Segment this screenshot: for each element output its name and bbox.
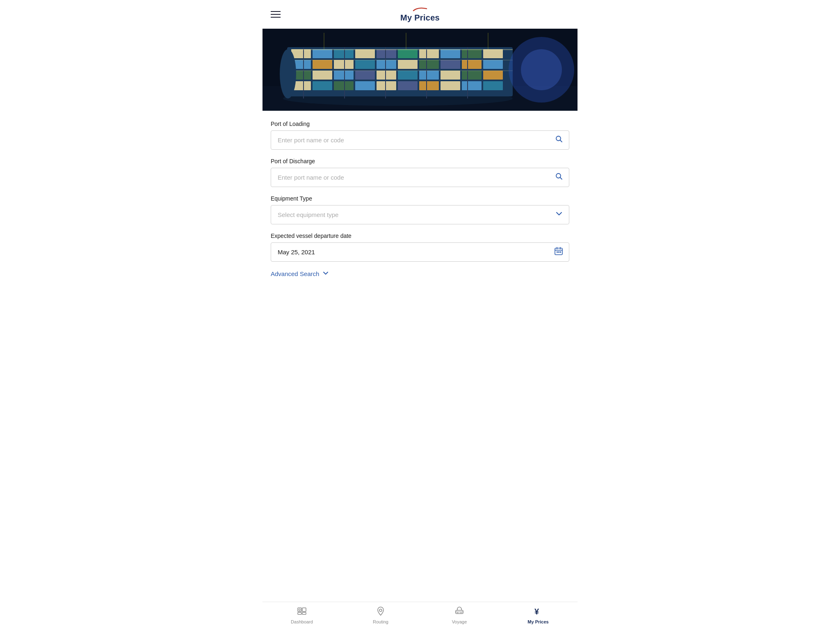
- port-of-loading-label: Port of Loading: [271, 121, 569, 127]
- svg-rect-25: [313, 71, 332, 80]
- departure-date-label: Expected vessel departure date: [271, 233, 569, 239]
- svg-rect-43: [483, 81, 503, 90]
- equipment-type-field: Equipment Type Select equipment type 20'…: [271, 195, 569, 224]
- svg-rect-10: [419, 49, 439, 58]
- equipment-type-select[interactable]: Select equipment type 20' GP 40' GP 40' …: [271, 205, 549, 224]
- nav-item-my-prices[interactable]: ¥ My Prices: [499, 602, 578, 630]
- svg-rect-40: [419, 81, 439, 90]
- svg-point-54: [280, 49, 296, 98]
- svg-rect-30: [419, 71, 439, 80]
- svg-rect-5: [313, 49, 332, 58]
- advanced-search-label: Advanced Search: [271, 270, 319, 277]
- svg-rect-51: [291, 71, 513, 71]
- svg-rect-72: [302, 612, 306, 614]
- port-of-loading-input[interactable]: [271, 131, 549, 149]
- advanced-search-toggle[interactable]: Advanced Search: [271, 270, 569, 278]
- svg-rect-18: [377, 60, 396, 69]
- svg-rect-16: [334, 60, 354, 69]
- equipment-type-label: Equipment Type: [271, 195, 569, 202]
- svg-rect-42: [462, 81, 482, 90]
- svg-rect-67: [558, 251, 559, 253]
- svg-line-59: [560, 140, 562, 142]
- svg-rect-49: [291, 49, 513, 50]
- nav-dashboard-label: Dashboard: [291, 619, 313, 624]
- svg-rect-50: [291, 60, 513, 60]
- svg-rect-37: [355, 81, 375, 90]
- svg-rect-31: [441, 71, 460, 80]
- svg-rect-17: [355, 60, 375, 69]
- nav-spacer: [262, 288, 578, 320]
- svg-rect-70: [302, 608, 306, 612]
- departure-date-field: Expected vessel departure date May 25, 2…: [271, 233, 569, 262]
- svg-point-53: [521, 49, 562, 90]
- svg-rect-20: [419, 60, 439, 69]
- svg-rect-4: [291, 49, 311, 58]
- page-title: My Prices: [400, 13, 440, 23]
- menu-button[interactable]: [271, 11, 281, 18]
- svg-rect-15: [313, 60, 332, 69]
- search-form: Port of Loading Port of Discharge: [262, 111, 578, 288]
- svg-rect-8: [377, 49, 396, 58]
- svg-rect-68: [560, 251, 561, 253]
- ship-illustration: [262, 29, 578, 111]
- svg-rect-33: [483, 71, 503, 80]
- header: My Prices: [262, 0, 578, 29]
- svg-rect-35: [313, 81, 332, 90]
- port-of-discharge-search-icon: [549, 172, 569, 183]
- calendar-icon: [548, 247, 569, 258]
- svg-rect-12: [462, 49, 482, 58]
- port-of-discharge-input[interactable]: [271, 168, 549, 187]
- departure-date-picker[interactable]: May 25, 2021: [271, 242, 569, 262]
- svg-rect-7: [355, 49, 375, 58]
- svg-rect-27: [355, 71, 375, 80]
- hero-banner: [262, 29, 578, 111]
- port-of-loading-search-icon: [549, 135, 569, 145]
- svg-rect-69: [298, 608, 301, 612]
- svg-line-61: [560, 178, 562, 180]
- nav-voyage-label: Voyage: [452, 619, 467, 624]
- svg-rect-19: [398, 60, 418, 69]
- svg-rect-28: [377, 71, 396, 80]
- routing-icon: [376, 606, 386, 618]
- nav-item-routing[interactable]: Routing: [341, 602, 420, 630]
- svg-rect-22: [462, 60, 482, 69]
- port-of-discharge-field: Port of Discharge: [271, 158, 569, 187]
- nav-item-voyage[interactable]: Voyage: [420, 602, 499, 630]
- svg-point-75: [379, 609, 382, 612]
- svg-rect-66: [557, 251, 558, 253]
- port-of-discharge-input-wrapper[interactable]: [271, 168, 569, 187]
- svg-rect-6: [334, 49, 354, 58]
- advanced-search-chevron-down-icon: [322, 270, 329, 278]
- nav-routing-label: Routing: [373, 619, 388, 624]
- nav-item-dashboard[interactable]: Dashboard: [262, 602, 341, 630]
- bottom-navigation: Dashboard Routing Voyage: [262, 602, 578, 630]
- svg-rect-11: [441, 49, 460, 58]
- port-of-loading-field: Port of Loading: [271, 121, 569, 150]
- port-of-loading-input-wrapper[interactable]: [271, 130, 569, 150]
- svg-rect-71: [298, 612, 301, 614]
- svg-rect-13: [483, 49, 503, 58]
- svg-rect-36: [334, 81, 354, 90]
- svg-text:¥: ¥: [534, 607, 539, 616]
- svg-rect-39: [398, 81, 418, 90]
- svg-rect-21: [441, 60, 460, 69]
- voyage-icon: [454, 606, 464, 618]
- nav-my-prices-label: My Prices: [527, 619, 548, 624]
- departure-date-value: May 25, 2021: [271, 243, 548, 261]
- svg-rect-9: [398, 49, 418, 58]
- svg-rect-41: [441, 81, 460, 90]
- brand-logo: [412, 6, 428, 12]
- my-prices-icon: ¥: [533, 606, 543, 618]
- header-logo-title: My Prices: [400, 6, 440, 23]
- svg-rect-23: [483, 60, 503, 69]
- svg-rect-29: [398, 71, 418, 80]
- svg-rect-26: [334, 71, 354, 80]
- dashboard-icon: [297, 606, 307, 618]
- port-of-discharge-label: Port of Discharge: [271, 158, 569, 164]
- svg-rect-32: [462, 71, 482, 80]
- equipment-type-chevron-down-icon: [549, 210, 569, 220]
- svg-rect-38: [377, 81, 396, 90]
- equipment-type-select-wrapper[interactable]: Select equipment type 20' GP 40' GP 40' …: [271, 205, 569, 224]
